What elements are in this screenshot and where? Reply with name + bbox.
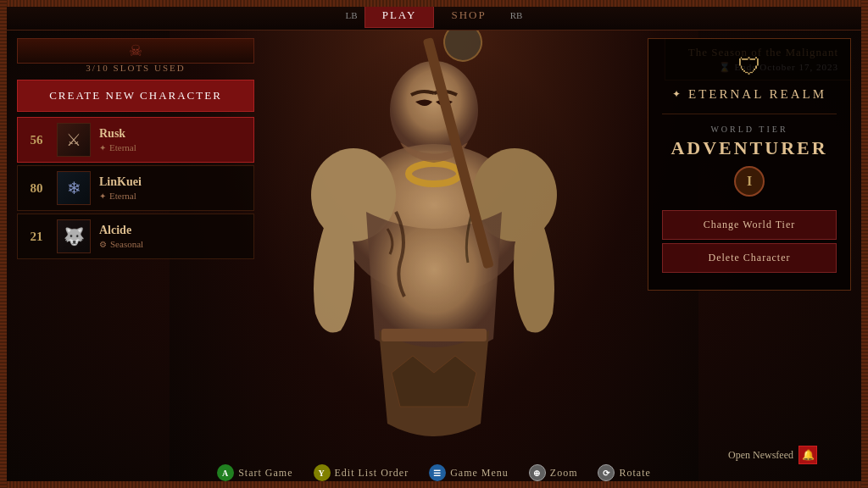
alcide-info: Alcide ⚙ Seasonal: [99, 224, 247, 249]
edit-list-label: Edit List Order: [335, 467, 409, 480]
character-item-rusk[interactable]: 56 ⚔ Rusk ✦ Eternal: [17, 117, 254, 163]
bell-icon: 🔔: [798, 446, 817, 464]
linkuei-info: LinKuei ✦ Eternal: [99, 175, 247, 201]
svg-rect-9: [381, 329, 487, 341]
world-tier-name: ADVENTURER: [662, 137, 837, 159]
panel-frame-top: ☠: [17, 38, 254, 64]
start-game-action[interactable]: A Start Game: [217, 464, 292, 481]
edit-list-action[interactable]: Y Edit List Order: [314, 464, 409, 481]
character-item-linkuei[interactable]: 80 ❄ LinKuei ✦ Eternal: [17, 165, 254, 211]
top-border-decoration: [0, 0, 868, 7]
realm-name: ✦ ETERNAL REALM: [662, 87, 837, 102]
character-details-inner: 🛡 ✦ ETERNAL REALM WORLD TIER ADVENTURER …: [648, 38, 851, 291]
alcide-level: 21: [25, 230, 48, 244]
linkuei-name: LinKuei: [99, 175, 247, 189]
delete-character-button[interactable]: Delete Character: [662, 243, 837, 273]
rotate-action[interactable]: ⟳ Rotate: [598, 464, 650, 481]
character-portrait: [256, 17, 612, 458]
tier-badge: I: [734, 166, 765, 197]
right-bumper[interactable]: RB: [504, 5, 530, 25]
rusk-type: ✦ Eternal: [99, 142, 247, 152]
menu-button: ☰: [429, 464, 446, 481]
character-details-panel: 🛡 ✦ ETERNAL REALM WORLD TIER ADVENTURER …: [648, 38, 851, 291]
newsfeed-button[interactable]: Open Newsfeed 🔔: [728, 446, 817, 464]
start-game-label: Start Game: [238, 467, 292, 480]
left-border-decoration: [0, 0, 7, 488]
alcide-name: Alcide: [99, 224, 247, 237]
eternal-icon-2: ✦: [99, 191, 106, 201]
cross-icon: ✦: [672, 88, 683, 101]
bottom-border-decoration: [0, 481, 868, 488]
bottom-action-bar: A Start Game Y Edit List Order ☰ Game Me…: [0, 464, 868, 481]
rusk-info: Rusk ✦ Eternal: [99, 127, 247, 152]
game-menu-action[interactable]: ☰ Game Menu: [429, 464, 509, 481]
linkuei-level: 80: [25, 181, 48, 196]
eternal-icon: ✦: [99, 143, 106, 152]
character-list-panel: ☠ 3/10 SLOTS USED CREATE NEW CHARACTER 5…: [17, 38, 254, 259]
rotate-label: Rotate: [619, 467, 650, 480]
panel-divider: [662, 114, 837, 114]
world-tier-label: WORLD TIER: [662, 125, 837, 134]
character-list: 56 ⚔ Rusk ✦ Eternal 80 ❄ LinKuei ✦ Etern…: [17, 117, 254, 259]
rusk-avatar: ⚔: [57, 123, 91, 157]
a-button: A: [217, 464, 234, 481]
newsfeed-label: Open Newsfeed: [728, 449, 793, 462]
create-new-character-button[interactable]: CREATE NEW CHARACTER: [17, 80, 254, 112]
game-menu-label: Game Menu: [450, 467, 509, 480]
linkuei-avatar: ❄: [57, 171, 91, 205]
alcide-avatar: 🐺: [57, 219, 91, 253]
change-world-tier-button[interactable]: Change World Tier: [662, 210, 837, 240]
character-item-alcide[interactable]: 21 🐺 Alcide ⚙ Seasonal: [17, 214, 254, 259]
zoom-action[interactable]: ⊕ Zoom: [529, 464, 578, 481]
rusk-level: 56: [25, 133, 48, 147]
rotate-button: ⟳: [598, 464, 615, 481]
right-border-decoration: [861, 0, 868, 488]
rusk-name: Rusk: [99, 127, 247, 141]
y-button: Y: [314, 464, 331, 481]
realm-icon: 🛡: [662, 53, 837, 80]
alcide-type: ⚙ Seasonal: [99, 239, 247, 249]
skull-icon: ☠: [129, 42, 142, 60]
zoom-label: Zoom: [550, 467, 578, 480]
zoom-button: ⊕: [529, 464, 546, 481]
slots-used-label: 3/10 SLOTS USED: [17, 63, 254, 73]
seasonal-icon: ⚙: [99, 240, 107, 249]
linkuei-type: ✦ Eternal: [99, 191, 247, 201]
left-bumper[interactable]: LB: [339, 5, 364, 25]
